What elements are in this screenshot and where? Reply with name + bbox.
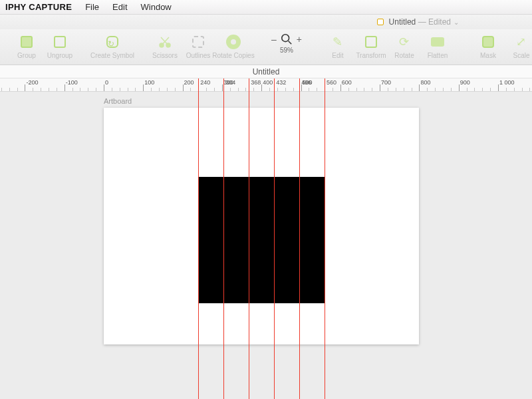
edit-button[interactable]: ✎Edit [322, 32, 354, 59]
horizontal-ruler[interactable]: -200-10001002003004005006007008009001 00… [0, 78, 532, 92]
app-name: IPHY CAPTURE [0, 2, 78, 12]
svg-line-3 [288, 41, 291, 44]
menu-file[interactable]: File [78, 2, 106, 12]
svg-point-2 [282, 35, 289, 42]
outlines-icon [189, 33, 207, 51]
scale-icon: ⤢ [516, 35, 526, 49]
group-button[interactable]: Group [11, 32, 43, 59]
flatten-icon [428, 33, 447, 51]
canvas-title: Untitled [0, 65, 532, 78]
rectangle-shape[interactable] [198, 177, 325, 303]
zoom-control: – + 59% [263, 32, 310, 54]
toolbar: Group Ungroup ↻Create Symbol Scissors Ou… [0, 29, 532, 65]
menu-window[interactable]: Window [134, 2, 178, 12]
zoom-in-button[interactable]: + [297, 34, 302, 45]
scale-button[interactable]: ⤢Scale [505, 32, 532, 59]
pencil-icon: ✎ [332, 35, 342, 49]
magnifier-icon [281, 33, 293, 45]
transform-icon [362, 33, 380, 51]
scissors-button[interactable]: Scissors [149, 32, 181, 59]
sketch-file-icon [377, 19, 384, 25]
menu-edit[interactable]: Edit [106, 2, 134, 12]
ungroup-button[interactable]: Ungroup [44, 32, 76, 59]
vertical-guide[interactable] [274, 78, 275, 399]
rotate-icon: ⟳ [399, 35, 409, 49]
gear-icon [224, 33, 243, 51]
transform-button[interactable]: Transform [355, 32, 387, 59]
create-symbol-button[interactable]: ↻Create Symbol [94, 32, 130, 59]
scissors-icon [156, 33, 174, 51]
mask-icon [479, 33, 497, 51]
canvas[interactable]: Artboard [0, 92, 532, 399]
vertical-guide[interactable] [198, 78, 199, 399]
chevron-down-icon[interactable]: ⌄ [454, 19, 459, 26]
mask-button[interactable]: Mask [472, 32, 504, 59]
artboard[interactable] [104, 108, 419, 344]
artboard-label[interactable]: Artboard [104, 97, 132, 105]
outlines-button[interactable]: Outlines [182, 32, 214, 59]
vertical-guide[interactable] [223, 78, 224, 399]
vertical-guide[interactable] [325, 78, 325, 399]
document-edited-status: — Edited [416, 17, 451, 27]
vertical-guide[interactable] [299, 78, 300, 399]
vertical-guide[interactable] [249, 78, 249, 399]
document-title[interactable]: Untitled [389, 17, 416, 27]
zoom-out-button[interactable]: – [271, 34, 277, 45]
rotate-button[interactable]: ⟳Rotate [388, 32, 420, 59]
zoom-percent[interactable]: 59% [280, 47, 293, 54]
window-titlebar: Untitled — Edited ⌄ [0, 15, 532, 29]
menubar: IPHY CAPTURE File Edit Window [0, 0, 532, 15]
rotate-copies-button[interactable]: Rotate Copies [215, 32, 251, 59]
flatten-button[interactable]: Flatten [422, 32, 454, 59]
